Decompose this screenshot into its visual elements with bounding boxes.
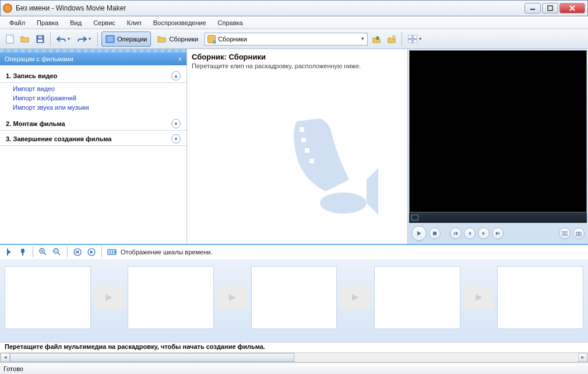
menu-play[interactable]: Воспроизведение [147, 18, 212, 28]
collections-pane-button[interactable]: Сборники [153, 32, 202, 47]
prev-clip-button[interactable] [450, 228, 462, 239]
storyboard-slot[interactable] [128, 266, 214, 329]
storyboard-slot[interactable] [251, 266, 337, 329]
scroll-thumb[interactable] [10, 353, 294, 362]
collection-title: Сборник: Сборники [192, 53, 403, 61]
menu-clip[interactable]: Клип [121, 18, 147, 28]
rewind-button[interactable] [72, 247, 83, 257]
collapse-icon[interactable]: ▲ [171, 71, 181, 81]
svg-rect-15 [408, 35, 412, 39]
menu-bar: Файл Правка Вид Сервис Клип Воспроизведе… [0, 16, 588, 29]
storyboard-slot[interactable] [374, 266, 460, 329]
window-titlebar: Без имени - Windows Movie Maker [0, 0, 588, 16]
collection-hint: Перетащите клип на раскадровку, располож… [192, 61, 403, 69]
svg-rect-6 [38, 40, 43, 42]
prev-frame-button[interactable] [464, 228, 476, 239]
svg-point-30 [21, 249, 24, 253]
expand-icon[interactable]: ▼ [171, 134, 181, 144]
svg-rect-46 [113, 251, 114, 253]
horizontal-scrollbar[interactable]: ◄ ► [0, 352, 588, 362]
open-button[interactable] [19, 33, 31, 46]
task-link-import-images[interactable]: Импорт изображений [13, 93, 186, 103]
svg-rect-4 [6, 35, 13, 43]
transition-slot[interactable] [217, 286, 248, 309]
storyboard-slot[interactable] [5, 266, 91, 329]
svg-rect-21 [305, 148, 309, 153]
transition-slot[interactable] [464, 286, 494, 309]
expand-icon[interactable]: ▼ [171, 119, 181, 128]
timeline-toolbar: Отображение шкалы времени. [0, 244, 588, 259]
svg-rect-25 [562, 232, 564, 235]
preview-seekbar[interactable] [409, 212, 587, 223]
tasks-panel-title: Операции с фильмами [5, 55, 73, 62]
narrate-button[interactable] [17, 247, 28, 257]
menu-edit[interactable]: Правка [31, 18, 64, 28]
stop-button[interactable] [429, 228, 441, 239]
task-link-import-video[interactable]: Импорт видео [13, 84, 186, 93]
new-project-button[interactable] [3, 33, 16, 46]
save-button[interactable] [34, 33, 47, 46]
zoom-in-button[interactable] [38, 247, 48, 257]
tasks-pane-label: Операции [117, 36, 147, 43]
menu-file[interactable]: Файл [3, 18, 31, 28]
play-timeline-button[interactable] [86, 247, 97, 257]
show-timeline-button[interactable] [107, 247, 117, 257]
tasks-pane-button[interactable]: Операции [101, 32, 151, 47]
storyboard-slot[interactable] [497, 266, 583, 329]
storyboard-hint: Перетащите файл мультимедиа на раскадров… [0, 342, 588, 352]
filmstrip-watermark-icon [279, 110, 384, 226]
seek-position-icon [411, 215, 418, 221]
menu-tools[interactable]: Сервис [87, 18, 121, 28]
play-button[interactable] [411, 226, 427, 241]
svg-line-33 [44, 253, 46, 255]
timeline-mode-label[interactable]: Отображение шкалы времени. [121, 249, 212, 256]
svg-rect-22 [309, 159, 314, 163]
view-mode-button[interactable]: ▼ [406, 33, 424, 46]
collection-panel: Сборник: Сборники Перетащите клип на рас… [186, 49, 407, 244]
scroll-right-button[interactable]: ► [578, 353, 587, 362]
svg-rect-26 [565, 232, 568, 235]
close-button[interactable] [559, 3, 585, 13]
menu-help[interactable]: Справка [212, 18, 249, 28]
svg-rect-20 [301, 138, 306, 142]
task-step-3[interactable]: 3. Завершение создания фильма ▼ [0, 131, 186, 146]
collection-dropdown[interactable]: Сборники ▼ [205, 33, 368, 46]
undo-button[interactable]: ▼ [54, 33, 73, 46]
menu-view[interactable]: Вид [64, 18, 87, 28]
preview-monitor [409, 50, 587, 212]
main-toolbar: ▼ ▼ Операции Сборники Сборники ▼ ▼ [0, 29, 588, 49]
task-step-1[interactable]: 1. Запись видео ▲ [0, 68, 186, 83]
svg-rect-24 [433, 232, 436, 235]
app-icon [3, 4, 12, 13]
task-link-import-audio[interactable]: Импорт звука или музыки [13, 103, 186, 112]
tasks-close-icon[interactable]: × [178, 55, 182, 62]
next-clip-button[interactable] [492, 228, 504, 239]
take-picture-button[interactable] [573, 228, 585, 239]
new-collection-button[interactable] [385, 33, 398, 46]
collections-pane-label: Сборники [169, 36, 198, 43]
minimize-button[interactable] [524, 3, 541, 13]
svg-point-28 [578, 233, 580, 235]
task-step-2[interactable]: 2. Монтаж фильма ▼ [0, 116, 186, 131]
tasks-panel: Операции с фильмами × 1. Запись видео ▲ … [0, 49, 186, 244]
set-start-trim-button[interactable] [3, 247, 14, 257]
svg-point-23 [320, 193, 367, 214]
svg-rect-7 [38, 36, 42, 39]
maximize-button[interactable] [542, 3, 558, 13]
window-title: Без имени - Windows Movie Maker [16, 4, 524, 12]
svg-rect-27 [576, 232, 581, 236]
transition-slot[interactable] [340, 286, 371, 309]
scroll-left-button[interactable]: ◄ [1, 353, 10, 362]
svg-rect-19 [300, 127, 304, 132]
transition-slot[interactable] [94, 286, 125, 309]
zoom-out-button[interactable] [52, 247, 62, 257]
tasks-panel-header: Операции с фильмами × [0, 53, 186, 65]
svg-rect-45 [111, 251, 112, 253]
next-frame-button[interactable] [478, 228, 490, 239]
storyboard[interactable] [0, 259, 588, 342]
collection-dropdown-value: Сборники [218, 36, 360, 43]
redo-button[interactable]: ▼ [75, 33, 94, 46]
split-clip-button[interactable] [559, 228, 571, 239]
up-level-button[interactable] [370, 33, 383, 46]
status-text: Готово [3, 365, 23, 372]
